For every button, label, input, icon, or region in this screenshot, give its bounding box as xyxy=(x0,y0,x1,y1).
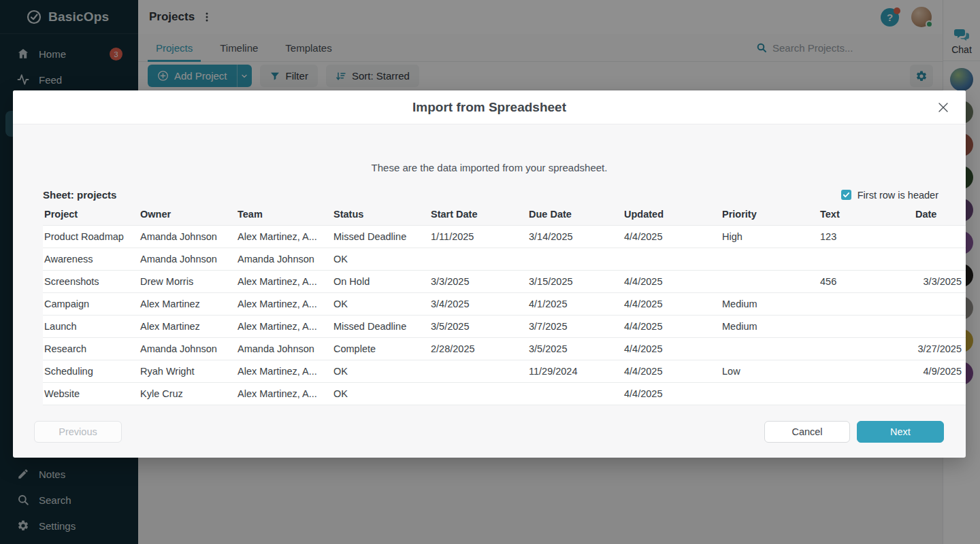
table-cell: 3/7/2025 xyxy=(527,316,623,338)
table-cell: Amanda Johnson xyxy=(236,338,332,360)
table-cell: Awareness xyxy=(43,248,139,271)
table-cell xyxy=(721,338,819,360)
table-cell: Screenshots xyxy=(43,271,139,293)
table-cell: Ryah Wright xyxy=(139,360,236,383)
table-cell: 4/9/2025 xyxy=(914,360,966,383)
column-header: Text xyxy=(819,209,914,226)
table-cell: 3/27/2025 xyxy=(914,338,966,360)
table-cell xyxy=(819,360,914,383)
table-cell: OK xyxy=(332,383,429,405)
column-header: Due Date xyxy=(527,209,623,226)
table-cell: Amanda Johnson xyxy=(236,248,332,271)
column-header: Date xyxy=(914,209,966,226)
import-spreadsheet-modal: Import from Spreadsheet These are the da… xyxy=(13,90,966,458)
table-cell: Alex Martinez, A... xyxy=(236,226,332,248)
column-header: Team xyxy=(236,209,332,226)
cancel-button[interactable]: Cancel xyxy=(764,421,850,443)
table-cell xyxy=(914,383,966,405)
table-cell: 3/3/2025 xyxy=(429,271,527,293)
column-header: Project xyxy=(43,209,139,226)
table-cell xyxy=(527,248,623,271)
table-cell xyxy=(914,226,966,248)
table-cell: Research xyxy=(43,338,139,360)
modal-footer: Previous Cancel Next xyxy=(34,421,944,443)
table-cell xyxy=(429,360,527,383)
table-cell: OK xyxy=(332,293,429,316)
table-cell: 3/3/2025 xyxy=(914,271,966,293)
column-header: Owner xyxy=(139,209,236,226)
table-row: LaunchAlex MartinezAlex Martinez, A...Mi… xyxy=(43,316,966,338)
column-header: Status xyxy=(332,209,429,226)
modal-title: Import from Spreadsheet xyxy=(13,90,966,124)
table-cell: Missed Deadline xyxy=(332,226,429,248)
table-cell: Alex Martinez xyxy=(139,293,236,316)
table-cell: 4/4/2025 xyxy=(623,338,721,360)
table-header-row: ProjectOwnerTeamStatusStart DateDue Date… xyxy=(43,209,966,226)
table-cell: 1/11/2025 xyxy=(429,226,527,248)
table-cell xyxy=(819,316,914,338)
table-row: ResearchAmanda JohnsonAmanda JohnsonComp… xyxy=(43,338,966,360)
checkbox-label: First row is header xyxy=(858,190,938,201)
table-cell xyxy=(914,316,966,338)
table-cell: 3/4/2025 xyxy=(429,293,527,316)
table-cell xyxy=(721,271,819,293)
table-cell: 4/1/2025 xyxy=(527,293,623,316)
table-row: CampaignAlex MartinezAlex Martinez, A...… xyxy=(43,293,966,316)
import-intro-text: These are the data imported from your sp… xyxy=(13,162,966,173)
table-cell xyxy=(623,248,721,271)
previous-button[interactable]: Previous xyxy=(34,421,122,443)
table-row: Product RoadmapAmanda JohnsonAlex Martin… xyxy=(43,226,966,248)
table-cell: Alex Martinez, A... xyxy=(236,316,332,338)
next-button[interactable]: Next xyxy=(857,421,944,443)
sheet-name-label: Sheet: projects xyxy=(43,189,116,201)
table-cell: Low xyxy=(721,360,819,383)
table-cell: Medium xyxy=(721,316,819,338)
column-header: Priority xyxy=(721,209,819,226)
modal-body: These are the data imported from your sp… xyxy=(13,124,966,458)
table-cell: Amanda Johnson xyxy=(139,226,236,248)
table-cell: Alex Martinez xyxy=(139,316,236,338)
table-cell: Scheduling xyxy=(43,360,139,383)
table-cell xyxy=(527,383,623,405)
table-cell: 11/29/2024 xyxy=(527,360,623,383)
table-cell: Medium xyxy=(721,293,819,316)
table-cell: 4/4/2025 xyxy=(623,293,721,316)
table-cell: 4/4/2025 xyxy=(623,271,721,293)
table-cell: OK xyxy=(332,248,429,271)
checkbox-checked-icon xyxy=(841,190,851,200)
table-cell: Campaign xyxy=(43,293,139,316)
column-header: Updated xyxy=(623,209,721,226)
table-cell xyxy=(914,293,966,316)
table-cell: Website xyxy=(43,383,139,405)
table-cell: 123 xyxy=(819,226,914,248)
table-cell: 4/4/2025 xyxy=(623,383,721,405)
table-cell: Launch xyxy=(43,316,139,338)
import-preview-table: ProjectOwnerTeamStatusStart DateDue Date… xyxy=(43,209,966,405)
table-cell xyxy=(721,383,819,405)
table-cell xyxy=(819,338,914,360)
table-cell xyxy=(429,248,527,271)
table-cell: 4/4/2025 xyxy=(623,226,721,248)
table-cell: Complete xyxy=(332,338,429,360)
first-row-header-checkbox[interactable]: First row is header xyxy=(841,190,938,201)
table-cell: Product Roadmap xyxy=(43,226,139,248)
close-icon[interactable] xyxy=(937,101,949,114)
table-cell: Amanda Johnson xyxy=(139,338,236,360)
table-cell xyxy=(429,383,527,405)
table-cell xyxy=(914,248,966,271)
table-cell: 4/4/2025 xyxy=(623,360,721,383)
table-cell: 2/28/2025 xyxy=(429,338,527,360)
table-cell: 3/5/2025 xyxy=(527,338,623,360)
table-cell xyxy=(819,248,914,271)
table-cell: Alex Martinez, A... xyxy=(236,271,332,293)
table-cell xyxy=(819,293,914,316)
table-cell: Missed Deadline xyxy=(332,316,429,338)
table-cell: Alex Martinez, A... xyxy=(236,360,332,383)
table-cell: 3/5/2025 xyxy=(429,316,527,338)
table-row: AwarenessAmanda JohnsonAmanda JohnsonOK xyxy=(43,248,966,271)
table-cell: 3/15/2025 xyxy=(527,271,623,293)
table-row: ScreenshotsDrew MorrisAlex Martinez, A..… xyxy=(43,271,966,293)
table-row: WebsiteKyle CruzAlex Martinez, A...OK4/4… xyxy=(43,383,966,405)
table-cell: Alex Martinez, A... xyxy=(236,383,332,405)
table-cell: 4/4/2025 xyxy=(623,316,721,338)
